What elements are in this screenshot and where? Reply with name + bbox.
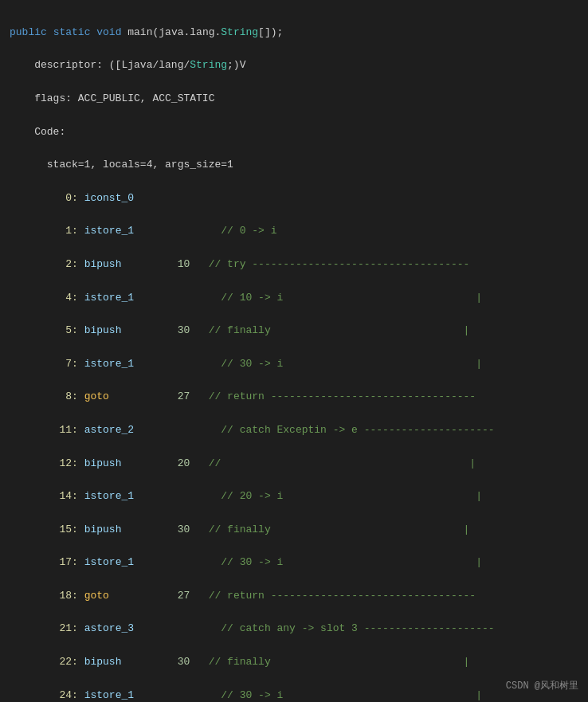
code-content: public static void main(java.lang.String…: [10, 8, 578, 702]
watermark-text: CSDN @风和树里: [506, 679, 578, 694]
